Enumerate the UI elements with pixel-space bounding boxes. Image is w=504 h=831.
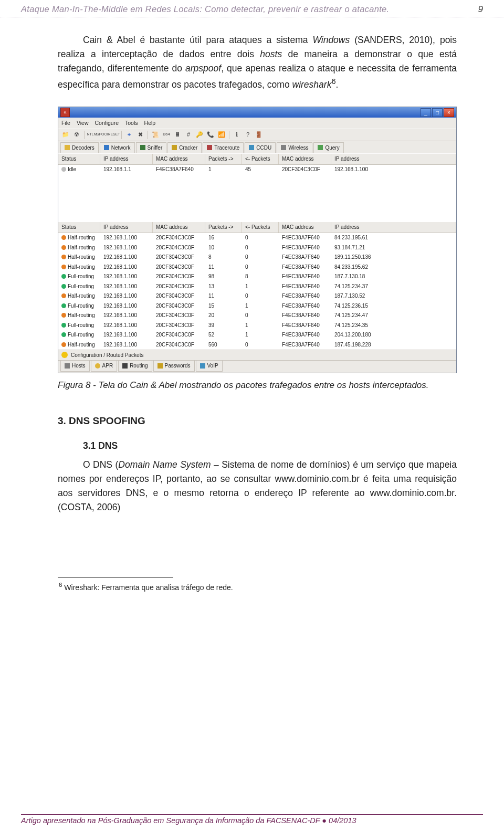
tab-sniffer[interactable]: Sniffer — [136, 142, 167, 153]
menu-help[interactable]: Help — [144, 119, 156, 127]
table-row[interactable]: Half-routing192.168.1.10020CF304C3C0F110… — [58, 291, 456, 301]
b64-icon[interactable]: B64 — [162, 131, 171, 139]
text: . — [336, 79, 339, 90]
table-row[interactable]: Full-routing192.168.1.10020CF304C3C0F391… — [58, 320, 456, 330]
exit-icon[interactable]: 🚪 — [255, 131, 263, 139]
open-icon[interactable]: 📁 — [61, 131, 70, 139]
bottom-grid: StatusIP addressMAC addressPackets -><- … — [58, 222, 456, 350]
tab-apr[interactable]: APR — [91, 361, 118, 372]
tab-passwords[interactable]: Passwords — [153, 361, 195, 372]
subsection-heading-dns: 3.1 DNS — [83, 439, 457, 453]
add-icon[interactable]: + — [125, 131, 133, 139]
body-paragraph-1: Cain & Abel é bastante útil para ataques… — [58, 33, 457, 92]
text: O DNS ( — [83, 459, 118, 470]
tabs-bottom: Hosts APR Routing Passwords VoIP — [58, 360, 456, 373]
menu-configure[interactable]: Configure — [95, 119, 119, 127]
italic-term: hosts — [260, 49, 282, 59]
tab-traceroute[interactable]: Traceroute — [203, 142, 244, 153]
section-heading-dns-spoofing: 3. DNS SPOOFING — [58, 413, 457, 428]
doc-running-title: Ataque Man-In-The-Middle em Redes Locais… — [21, 4, 478, 14]
tab-decoders[interactable]: Decoders — [60, 142, 99, 153]
page-header: Ataque Man-In-The-Middle em Redes Locais… — [0, 0, 504, 17]
tab-ccdu[interactable]: CCDU — [245, 142, 276, 153]
remove-icon[interactable]: ✖ — [136, 131, 144, 139]
table-row[interactable]: Full-routing192.168.1.10020CF304C3C0F131… — [58, 281, 456, 291]
text: Cain & Abel é bastante útil para ataques… — [83, 35, 312, 45]
tab-wireless[interactable]: Wireless — [277, 142, 312, 153]
ntlm-icon[interactable]: NTLM — [88, 131, 96, 139]
body-paragraph-dns: O DNS (Domain Name System – Sistema de n… — [58, 458, 457, 515]
tabs-top: Decoders Network Sniffer Cracker Tracero… — [58, 141, 456, 154]
info-icon[interactable]: ℹ — [233, 131, 241, 139]
tab-cracker[interactable]: Cracker — [167, 142, 202, 153]
ccdu-icon[interactable]: 📞 — [206, 131, 215, 139]
toolbar: 📁 ☢ NTLM SPOOF RESET + ✖ 📜 B64 🖩 # 🔑 📞 📶… — [58, 129, 456, 141]
page-footer: Artigo apresentado na Pós-Graduação em S… — [21, 814, 483, 825]
close-button[interactable]: × — [444, 108, 454, 117]
calc-icon[interactable]: 🖩 — [173, 131, 182, 139]
footnote-ref: 6 — [331, 77, 335, 86]
cert-icon[interactable]: 📜 — [151, 131, 160, 139]
hash-icon[interactable]: # — [184, 131, 193, 139]
radiation-icon — [61, 352, 68, 358]
wifi-icon[interactable]: 📶 — [217, 131, 226, 139]
config-routed-label: Configuration / Routed Packets — [71, 351, 143, 360]
italic-term: Windows — [312, 35, 350, 45]
page-number: 9 — [478, 4, 483, 15]
menu-tools[interactable]: Tools — [125, 119, 138, 127]
table-row[interactable]: Half-routing192.168.1.10020CF304C3C0F110… — [58, 262, 456, 272]
footnote-separator — [58, 577, 173, 578]
table-row[interactable]: Half-routing192.168.1.10020CF304C3C0F200… — [58, 311, 456, 321]
rsa-icon[interactable]: 🔑 — [195, 131, 204, 139]
table-row[interactable]: Full-routing192.168.1.10020CF304C3C0F151… — [58, 301, 456, 311]
top-grid: StatusIP addressMAC addressPackets -><- … — [58, 153, 456, 222]
figure-caption: Figura 8 - Tela do Cain & Abel mostrando… — [58, 378, 457, 392]
table-row[interactable]: Half-routing192.168.1.10020CF304C3C0F80F… — [58, 253, 456, 262]
maximize-button[interactable]: □ — [432, 108, 443, 117]
radiation-icon[interactable]: ☢ — [72, 131, 81, 139]
window-titlebar: a _ □ × — [58, 107, 456, 118]
app-icon: a — [60, 108, 70, 117]
grid-header-bottom: StatusIP addressMAC addressPackets -><- … — [58, 222, 456, 233]
table-row[interactable]: Half-routing192.168.1.10020CF304C3C0F160… — [58, 233, 456, 243]
table-row[interactable]: Full-routing192.168.1.10020CF304C3C0F988… — [58, 272, 456, 282]
reset-icon[interactable]: RESET — [110, 131, 118, 139]
tab-query[interactable]: Query — [313, 142, 343, 153]
italic-term: arpspoof — [185, 63, 221, 73]
table-row[interactable]: Idle192.168.1.1F4EC38A7F64014520CF304C3C… — [58, 165, 456, 175]
table-row[interactable]: Full-routing192.168.1.10020CF304C3C0F521… — [58, 330, 456, 340]
italic-term: Domain Name System — [118, 459, 211, 470]
help-icon[interactable]: ? — [244, 131, 252, 139]
table-row[interactable]: Half-routing192.168.1.10020CF304C3C0F560… — [58, 340, 456, 350]
menu-view[interactable]: View — [77, 119, 89, 127]
menu-file[interactable]: File — [61, 119, 70, 127]
italic-term: wireshark — [292, 79, 332, 90]
tab-voip[interactable]: VoIP — [196, 361, 223, 372]
tab-routing[interactable]: Routing — [118, 361, 152, 372]
spoof-icon[interactable]: SPOOF — [99, 131, 107, 139]
menubar: File View Configure Tools Help — [58, 118, 456, 128]
minimize-button[interactable]: _ — [421, 108, 431, 117]
grid-header-top: StatusIP addressMAC addressPackets -><- … — [58, 153, 456, 165]
config-routed-tab[interactable]: Configuration / Routed Packets — [58, 350, 456, 361]
footnote-6: 6 Wireshark: Ferramenta que analisa tráf… — [58, 580, 457, 593]
tab-hosts[interactable]: Hosts — [60, 361, 90, 372]
tab-network[interactable]: Network — [100, 142, 135, 153]
table-row[interactable]: Half-routing192.168.1.10020CF304C3C0F100… — [58, 243, 456, 253]
cain-window: a _ □ × File View Configure Tools Help 📁… — [58, 107, 457, 373]
